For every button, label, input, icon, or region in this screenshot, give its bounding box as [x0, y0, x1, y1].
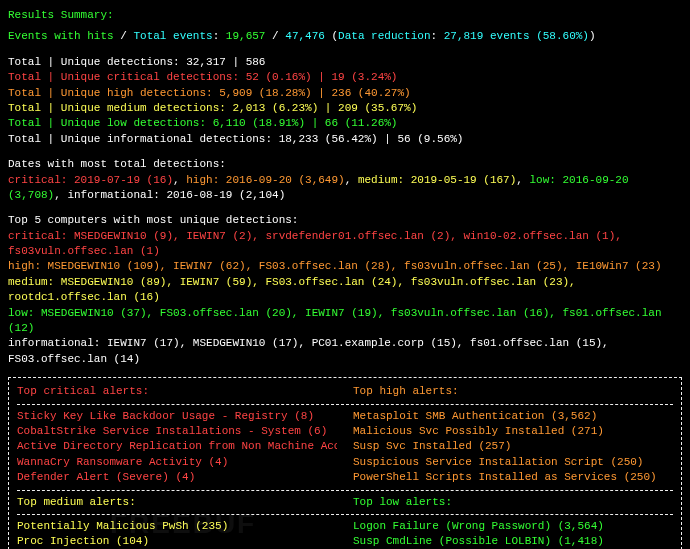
critical-alert: Active Directory Replication from Non Ma… [17, 439, 337, 454]
critical-alert: CobaltStrike Service Installations - Sys… [17, 424, 337, 439]
events-with-hits-label: Events with hits [8, 30, 114, 42]
data-reduction-value: 27,819 events (58.60%) [444, 30, 589, 42]
high-alert: Suspicious Service Installation Script (… [353, 455, 673, 470]
total-unique-high: Total | Unique high detections: 5,909 (1… [8, 86, 682, 101]
high-alert: Susp Svc Installed (257) [353, 439, 673, 454]
dates-heading: Dates with most total detections: [8, 157, 682, 172]
medium-alert: Proc Injection (104) [17, 534, 337, 549]
dates-medium: medium: 2019-05-19 (167) [358, 174, 516, 186]
dates-info: informational: 2016-08-19 (2,104) [67, 189, 285, 201]
total-unique-low: Total | Unique low detections: 6,110 (18… [8, 116, 682, 131]
computers-high: high: MSEDGEWIN10 (109), IEWIN7 (62), FS… [8, 259, 682, 274]
total-unique-detections: Total | Unique detections: 32,317 | 586 [8, 55, 682, 70]
computers-medium: medium: MSEDGEWIN10 (89), IEWIN7 (59), F… [8, 275, 682, 306]
high-alert: Metasploit SMB Authentication (3,562) [353, 409, 673, 424]
total-unique-critical: Total | Unique critical detections: 52 (… [8, 70, 682, 85]
total-events-label: Total events [133, 30, 212, 42]
critical-alert: Defender Alert (Severe) (4) [17, 470, 337, 485]
events-line: Events with hits / Total events: 19,657 … [8, 29, 682, 44]
low-alert: Susp CmdLine (Possible LOLBIN) (1,418) [353, 534, 673, 549]
medium-alert: Potentially Malicious PwSh (235) [17, 519, 337, 534]
top-medium-title: Top medium alerts: [17, 495, 337, 510]
high-alert: PowerShell Scripts Installed as Services… [353, 470, 673, 485]
total-unique-info: Total | Unique informational detections:… [8, 132, 682, 147]
data-reduction-label: Data reduction [338, 30, 430, 42]
total-unique-medium: Total | Unique medium detections: 2,013 … [8, 101, 682, 116]
high-alert: Malicious Svc Possibly Installed (271) [353, 424, 673, 439]
critical-alert: Sticky Key Like Backdoor Usage - Registr… [17, 409, 337, 424]
total-events-value: 47,476 [285, 30, 325, 42]
results-summary-title: Results Summary: [8, 8, 682, 23]
terminal-output: Results Summary: Events with hits / Tota… [0, 0, 690, 549]
low-alert: Logon Failure (Wrong Password) (3,564) [353, 519, 673, 534]
dates-high: high: 2016-09-20 (3,649) [186, 174, 344, 186]
top-critical-title: Top critical alerts: [17, 384, 337, 399]
top-high-title: Top high alerts: [353, 384, 673, 399]
top-low-title: Top low alerts: [353, 495, 673, 510]
events-with-hits-value: 19,657 [226, 30, 266, 42]
alerts-panel: Top critical alerts: Top high alerts: St… [8, 377, 682, 549]
dates-critical: critical: 2019-07-19 (16) [8, 174, 173, 186]
computers-low: low: MSEDGEWIN10 (37), FS03.offsec.lan (… [8, 306, 682, 337]
computers-critical: critical: MSEDGEWIN10 (9), IEWIN7 (2), s… [8, 229, 682, 260]
computers-heading: Top 5 computers with most unique detecti… [8, 213, 682, 228]
critical-alert: WannaCry Ransomware Activity (4) [17, 455, 337, 470]
computers-info: informational: IEWIN7 (17), MSEDGEWIN10 … [8, 336, 682, 367]
dates-line: critical: 2019-07-19 (16), high: 2016-09… [8, 173, 682, 204]
